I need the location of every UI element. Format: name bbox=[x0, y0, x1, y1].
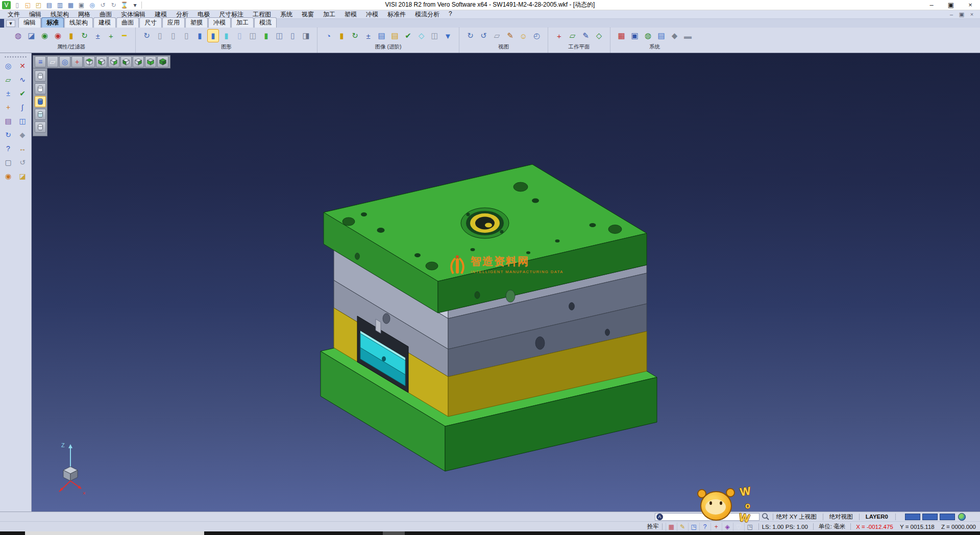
regen-graphics-icon[interactable]: ↻ bbox=[141, 29, 153, 42]
render-drop-icon[interactable]: ▼ bbox=[442, 29, 454, 42]
view-iso-cube[interactable] bbox=[157, 56, 168, 67]
status-section-icon[interactable]: ◳ bbox=[744, 523, 755, 531]
scale-indicator[interactable]: LS: 1.00 PS: 1.00 bbox=[762, 524, 808, 530]
visibility-lights-icon[interactable]: ▮ bbox=[65, 29, 77, 42]
menu-item[interactable]: 加工 bbox=[318, 10, 340, 19]
toolbar-tab[interactable]: 应用 bbox=[162, 17, 185, 28]
system-colors-icon[interactable]: ▦ bbox=[616, 29, 627, 42]
search-icon[interactable] bbox=[762, 513, 770, 521]
print-icon[interactable]: ▣ bbox=[77, 1, 86, 9]
status-box-icon[interactable]: ◈ bbox=[722, 523, 733, 531]
system-table-icon[interactable]: ▤ bbox=[655, 29, 667, 42]
undo-icon[interactable]: ↺ bbox=[99, 1, 107, 9]
mode-shaded-edges[interactable] bbox=[35, 109, 46, 120]
units-indicator[interactable]: 单位: 毫米 bbox=[819, 523, 845, 530]
save-icon[interactable]: ▤ bbox=[45, 1, 54, 9]
view-menu-icon[interactable]: ≡ bbox=[35, 56, 46, 67]
shade-pair-icon[interactable]: ◫ bbox=[274, 29, 285, 42]
status-cube-icon[interactable]: ◳ bbox=[688, 523, 699, 531]
zoom-mod-icon[interactable]: ± bbox=[2, 88, 14, 99]
help-icon[interactable]: ? bbox=[2, 143, 14, 154]
mold-locating-ring[interactable] bbox=[461, 208, 509, 238]
ghost-mode-icon[interactable]: ▯ bbox=[234, 29, 246, 42]
status-help-icon[interactable]: ? bbox=[699, 523, 710, 531]
wire-overlay-icon[interactable]: ◫ bbox=[429, 29, 440, 42]
open-file-icon[interactable]: ◱ bbox=[23, 1, 32, 9]
solid-icon[interactable]: ◆ bbox=[16, 129, 29, 140]
color-swatch[interactable] bbox=[922, 514, 938, 520]
navigator-wheel-icon[interactable]: ◉ bbox=[2, 171, 14, 182]
spline-edit-icon[interactable]: ∫ bbox=[16, 102, 29, 113]
view-left-cube[interactable] bbox=[120, 56, 132, 67]
system-material-icon[interactable]: ▬ bbox=[682, 29, 694, 42]
visi-logo[interactable]: V bbox=[2, 1, 11, 9]
clip-plane-icon[interactable]: ▯ bbox=[287, 29, 299, 42]
view-axis-icon[interactable]: + bbox=[71, 56, 83, 67]
folder-icon[interactable]: ◪ bbox=[16, 171, 29, 182]
open-project-icon[interactable]: ◰ bbox=[34, 1, 43, 9]
globe-icon[interactable] bbox=[958, 513, 966, 521]
status-edit-icon[interactable]: ✎ bbox=[677, 523, 688, 531]
mode-wireframe[interactable] bbox=[35, 70, 46, 82]
view-right-cube[interactable] bbox=[108, 56, 119, 67]
save-as-icon[interactable]: ▥ bbox=[56, 1, 64, 9]
attributes-icon[interactable]: ▤ bbox=[2, 115, 14, 127]
image-toggle-icon[interactable]: ± bbox=[362, 29, 374, 42]
toolbar-grip[interactable] bbox=[4, 56, 28, 58]
menu-item[interactable]: 标准件 bbox=[383, 10, 410, 19]
workplane-edit-icon[interactable]: ✎ bbox=[580, 29, 592, 42]
refresh-image-icon[interactable]: ↻ bbox=[349, 29, 361, 42]
mdi-close-button[interactable]: × bbox=[967, 11, 977, 18]
view-mode-indicator[interactable]: 绝对 XY 上视图 bbox=[776, 513, 817, 521]
workplane-grid-icon[interactable]: ▱ bbox=[567, 29, 578, 42]
view-clock-icon[interactable]: ◴ bbox=[531, 29, 543, 42]
select-filter-icon[interactable]: ◎ bbox=[2, 60, 14, 71]
menu-item[interactable]: 模流分析 bbox=[410, 10, 444, 19]
mdi-minimize-button[interactable]: – bbox=[946, 11, 957, 18]
hide-remove-icon[interactable]: ◉ bbox=[52, 29, 64, 42]
show-add-icon[interactable]: ◉ bbox=[39, 29, 51, 42]
window-icon[interactable]: ◫ bbox=[16, 115, 29, 127]
view-zoom-icon[interactable]: ◎ bbox=[59, 56, 70, 67]
advanced-view-icon[interactable]: ◔ bbox=[323, 29, 334, 42]
color-swatch[interactable] bbox=[940, 514, 955, 520]
property-card-icon[interactable]: ◪ bbox=[26, 29, 37, 42]
toolbar-tab[interactable]: 线架构 bbox=[64, 17, 93, 28]
mdi-restore-button[interactable]: ▣ bbox=[957, 11, 967, 18]
toolbar-tab[interactable]: 尺寸 bbox=[139, 17, 162, 28]
ucs-axes-icon[interactable]: + bbox=[2, 102, 14, 113]
status-snap-icon[interactable]: + bbox=[710, 523, 722, 531]
busy-globe-icon[interactable]: ⌛ bbox=[120, 1, 129, 9]
wireframe-mode-icon[interactable]: ▯ bbox=[154, 29, 166, 42]
shaded-edges-mode-icon[interactable]: ▮ bbox=[207, 29, 219, 42]
view-top-cube[interactable] bbox=[84, 56, 95, 67]
view-front-cube[interactable] bbox=[96, 56, 107, 67]
transparent-mode-icon[interactable]: ▮ bbox=[220, 29, 232, 42]
confirm-icon[interactable]: ✔ bbox=[16, 88, 29, 99]
toolbar-tab[interactable]: 塑膜 bbox=[185, 17, 208, 28]
menu-item[interactable]: 冲模 bbox=[361, 10, 383, 19]
material-gold-icon[interactable]: ▤ bbox=[389, 29, 401, 42]
shade-solid-icon[interactable]: ▮ bbox=[260, 29, 272, 42]
lights-icon[interactable]: ▮ bbox=[336, 29, 348, 42]
frame-select-icon[interactable]: ▱ bbox=[2, 74, 14, 85]
toolbar-tab[interactable]: 建模 bbox=[93, 17, 116, 28]
system-screen-icon[interactable]: ▣ bbox=[629, 29, 641, 42]
hidden-line-mode-icon[interactable]: ▯ bbox=[167, 29, 179, 42]
entity-properties-icon[interactable]: ◍ bbox=[12, 29, 24, 42]
view-face-icon[interactable]: ☺ bbox=[518, 29, 529, 42]
regen-icon[interactable]: ↻ bbox=[2, 129, 14, 140]
visibility-refresh-icon[interactable]: ↻ bbox=[79, 29, 90, 42]
material-blue-icon[interactable]: ▤ bbox=[376, 29, 387, 42]
view-sketch-icon[interactable]: ✎ bbox=[504, 29, 516, 42]
system-globe-icon[interactable]: ◍ bbox=[642, 29, 654, 42]
section-view-icon[interactable]: ◨ bbox=[300, 29, 312, 42]
active-layer-indicator[interactable]: LAYER0 bbox=[866, 514, 888, 520]
toolbar-tab[interactable]: 编辑 bbox=[18, 17, 41, 28]
mode-transparent[interactable] bbox=[35, 121, 46, 133]
graphics-viewport[interactable]: ≡ ▱ ◎ + bbox=[32, 53, 980, 512]
tab-dropdown-button[interactable]: ▼ bbox=[6, 20, 15, 27]
view-bottom-cube[interactable] bbox=[145, 56, 156, 67]
trash-icon[interactable]: ▢ bbox=[2, 157, 14, 168]
minimize-button[interactable]: – bbox=[922, 0, 941, 10]
